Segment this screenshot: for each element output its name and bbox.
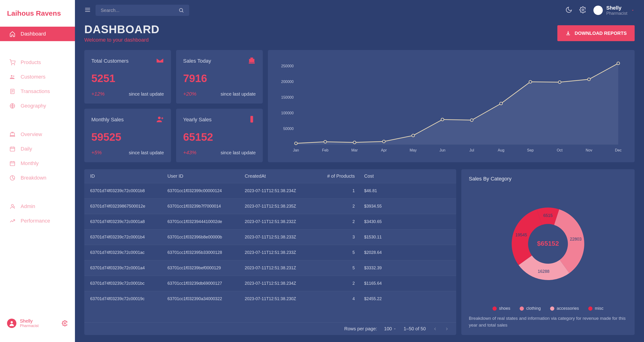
hamburger-icon [84,6,91,13]
svg-point-72 [617,62,620,65]
download-reports-button[interactable]: DOWNLOAD REPORTS [557,25,635,41]
svg-point-33 [597,8,599,10]
svg-text:Jul: Jul [469,148,474,152]
svg-text:Apr: Apr [381,148,387,152]
th-userid[interactable]: User ID [168,173,245,179]
sidebar-item-daily[interactable]: Daily [0,142,75,156]
svg-text:Oct: Oct [557,148,562,152]
sidebar-item-label: Admin [20,203,35,209]
table-row[interactable]: 63701d74f03239c72c0001a463701cc1f03239be… [84,260,456,276]
table-footer: Rows per page: 100 1–50 of 50 [84,322,456,335]
sidebar-item-transactions[interactable]: Transactions [0,84,75,99]
menu-toggle-button[interactable] [84,6,91,14]
theme-toggle-button[interactable] [565,6,572,14]
svg-point-37 [158,117,161,119]
download-icon [565,30,571,36]
table-row[interactable]: 63701d74f03239c72c0001ac63701cc1f032395b… [84,245,456,260]
mail-icon [156,57,164,65]
topbar-user-name: Shelly [606,5,627,11]
sidebar-item-customers[interactable]: Customers [0,70,75,84]
svg-text:22803: 22803 [570,237,582,241]
table-row[interactable]: 63701d74f03239c72c0001bc63701cc1f03239db… [84,276,456,291]
sidebar-item-admin[interactable]: Admin [0,199,75,214]
svg-rect-11 [12,132,13,133]
avatar [7,319,16,328]
stat-title: Sales Today [183,58,211,64]
legend-item[interactable]: accessories [550,306,579,311]
sidebar-item-label: Breakdown [20,175,46,181]
sidebar-item-breakdown[interactable]: Breakdown [0,171,75,185]
moon-icon [565,6,572,13]
search-icon[interactable] [178,7,184,13]
sidebar-item-label: Products [20,59,41,65]
svg-point-61 [294,142,298,145]
search-input[interactable] [101,8,178,13]
svg-text:May: May [410,148,416,152]
sidebar-item-label: Dashboard [20,31,46,37]
admin-icon [9,203,16,209]
traffic-icon [248,115,256,124]
chevron-down-icon [393,327,396,331]
th-createdat[interactable]: CreatedAt [245,173,322,179]
person-add-icon [156,115,164,124]
svg-text:Sep: Sep [527,148,534,152]
search-box[interactable] [96,5,189,16]
svg-point-68 [500,102,502,105]
gear-icon[interactable] [62,320,68,326]
svg-text:19545: 19545 [516,232,527,237]
table-row[interactable]: 63701d74f03239867500012e63701cc1f03239b7… [84,198,456,214]
sidebar-item-label: Daily [20,146,32,152]
brand-logo: Laihous Ravens [0,0,75,27]
table-row[interactable]: 63701d74f03239c72c0001b863701cc1f032399c… [84,183,456,198]
svg-point-41 [251,117,252,118]
settings-button[interactable] [579,6,586,14]
sidebar-item-overview[interactable]: Overview [0,127,75,142]
table-row[interactable]: 63701d74f03239c72c0001b463701cc1f032396b… [84,229,456,245]
sidebar-item-label: Geography [20,103,46,109]
stat-value: 59525 [91,131,164,143]
rows-per-page-select[interactable]: 100 [384,326,396,332]
svg-point-26 [64,322,66,324]
svg-point-0 [12,64,12,65]
table-row[interactable]: 63701d74f03239c72c0001a863701cc1f0323944… [84,214,456,229]
svg-point-71 [588,78,590,81]
sidebar-item-monthly[interactable]: Monthly [0,156,75,171]
line-chart: 50000100000150000200000250000JanFebMarAp… [268,50,635,162]
sidebar-item-label: Transactions [20,88,50,94]
sidebar-item-label: Customers [20,74,46,80]
svg-rect-35 [249,63,255,64]
topbar-user-role: Pharmacist [606,11,627,16]
sidebar-item-performance[interactable]: Performance [0,214,75,228]
trending-icon [9,218,16,224]
stat-monthly-sales: Monthly Sales 59525 +5% since last updat… [84,109,171,162]
legend-item[interactable]: clothing [520,306,541,311]
sidebar: Laihous Ravens Dashboard Products Custom… [0,0,75,342]
gear-icon [579,6,586,13]
sidebar-item-label: Monthly [20,160,39,167]
svg-point-67 [470,119,473,122]
sidebar-item-geography[interactable]: Geography [0,99,75,113]
svg-point-25 [10,321,13,323]
prev-page-button[interactable] [433,327,438,331]
svg-point-3 [13,75,14,77]
rows-per-page-label: Rows per page: [344,326,377,332]
stat-since: since last update [129,150,164,156]
sidebar-user-role: Pharmacist [20,324,39,328]
svg-rect-16 [10,162,15,166]
sidebar-item-dashboard[interactable]: Dashboard [0,27,75,41]
th-numproducts[interactable]: # of Products [322,173,364,179]
svg-text:250000: 250000 [281,64,294,68]
stat-value: 7916 [183,72,256,85]
register-icon [9,131,16,138]
svg-text:100000: 100000 [281,111,294,115]
avatar [594,5,603,15]
legend-item[interactable]: misc [588,306,604,311]
sidebar-item-products[interactable]: Products [0,55,75,70]
user-menu-button[interactable]: Shelly Pharmacist [594,5,635,16]
table-row[interactable]: 63701d74f03239c72c00019c63701cc1f032390a… [84,291,456,307]
page-subtitle: Welcome to your dashboard [84,37,160,43]
next-page-button[interactable] [444,327,449,331]
legend-item[interactable]: shoes [492,306,510,311]
th-cost[interactable]: Cost [364,173,450,179]
th-id[interactable]: ID [90,173,168,179]
